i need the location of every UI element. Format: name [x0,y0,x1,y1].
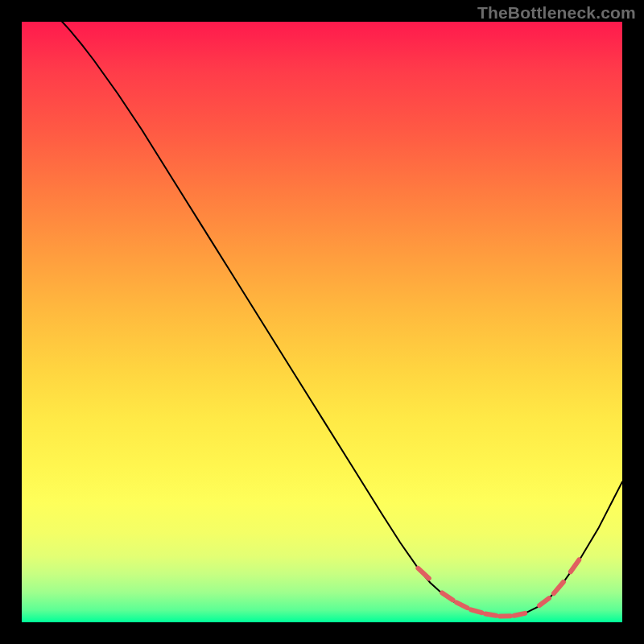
highlight-dash [418,568,428,579]
highlight-dash [442,592,452,600]
highlight-dash [539,598,549,605]
chart-svg [22,22,622,622]
chart-frame: TheBottleneck.com [0,0,644,644]
watermark-text: TheBottleneck.com [477,3,636,23]
bottleneck-curve [22,0,622,617]
highlight-dash [514,613,525,616]
highlight-dash [456,602,467,608]
highlight-dash [571,559,579,572]
highlight-dash [471,609,481,613]
highlight-dash-group [418,559,579,616]
highlight-dash [485,614,496,616]
highlight-dash [554,582,564,593]
